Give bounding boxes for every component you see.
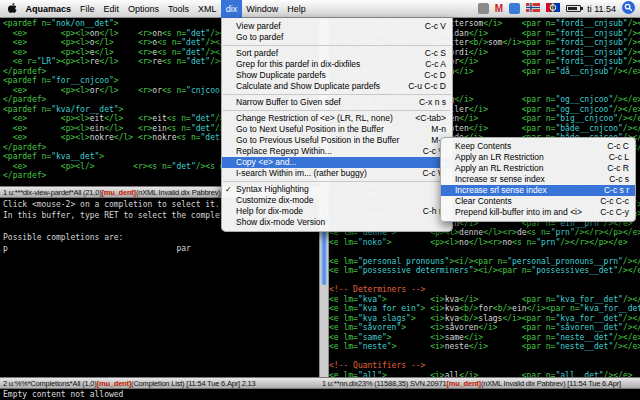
submenu-item-clear-contents[interactable]: Clear ContentsC-c C-c: [441, 196, 635, 207]
menu-item-view-pardef[interactable]: View pardefC-c V: [222, 21, 452, 32]
menu-item-label: I-search Within im... (rather buggy): [236, 168, 367, 179]
menu-item-copy-e-and[interactable]: Copy <e> and...▶: [222, 157, 452, 168]
submenu-item-increase-sr-sense-index[interactable]: Increase sr sense indexC-c s: [441, 174, 635, 185]
menu-item-label: Apply an LR Restriction: [455, 152, 544, 163]
dix-menu-dropdown: View pardefC-c VGo to pardefSort pardefC…: [221, 18, 453, 232]
menu-item-label: Prepend kill-buffer into im and <i>: [455, 207, 582, 218]
code-line: <e lm="noko"> <p><l>no</l><r>no<s n="prn…: [329, 238, 640, 248]
text-line: p par: [3, 243, 317, 254]
modeline-segment: 23% (11588,35) SVN.20971: [358, 379, 446, 388]
modeline-segment: (Completion List) [11:54 Tue 6.Apr] 2.13: [131, 379, 255, 388]
code-line: [329, 276, 640, 286]
menu-item-sort-pardef[interactable]: Sort pardefC-c S: [222, 48, 452, 59]
menu-separator: [223, 94, 451, 95]
menu-item-go-to-next-useful-position-in-the-buffer[interactable]: Go to Next Useful Position in the Buffer…: [222, 124, 452, 135]
menu-item-label: Calculate and Show Duplicate pardefs: [236, 81, 380, 92]
dix-menu-items: View pardefC-c VGo to pardefSort pardefC…: [222, 21, 452, 228]
modeline-segment: nn.dix: [339, 379, 358, 388]
menu-item-label: Grep for this pardef in dix-dixfiles: [236, 59, 360, 70]
code-line: <e lm="såvoren"> <i>såvoren</i> <par n="…: [329, 323, 640, 333]
modeline-completions[interactable]: 2 u:%% *Completions* All (1,0) [mu_dent]…: [0, 377, 319, 389]
menu-item-label: Show dix-mode Version: [236, 217, 325, 228]
code-line: [329, 352, 640, 362]
menu-window[interactable]: Window: [242, 0, 283, 18]
aquamacs-window: AquamacsFileEditOptionsToolsXMLdixWindow…: [0, 0, 640, 400]
menu-item-label: Change Restriction of <e> (LR, RL, none): [236, 113, 393, 124]
copy-e-submenu: Keep ContentsC-c CApply an LR Restrictio…: [440, 137, 636, 222]
submenu-item-apply-an-rl-restriction[interactable]: Apply an RL RestrictionC-c R: [441, 163, 635, 174]
menu-item-go-to-pardef[interactable]: Go to pardef: [222, 32, 452, 43]
code-line: <e lm="kva"> <i>kva</i> <par n="kva_for_…: [329, 295, 640, 305]
submenu-item-prepend-kill-buffer-into-im-and-i[interactable]: Prepend kill-buffer into im and <i>C-c C…: [441, 207, 635, 218]
menu-item-replace-regexp-within[interactable]: Replace Regexp Within...C-c %: [222, 146, 452, 157]
menu-item-label: Clear Contents: [455, 196, 512, 207]
menu-item-shortcut: C-x n s: [411, 97, 446, 108]
battery-icon[interactable]: [566, 5, 581, 12]
menu-options[interactable]: Options: [124, 0, 164, 18]
menu-file[interactable]: File: [76, 0, 100, 18]
menu-item-shortcut: C-c D: [416, 70, 446, 81]
modeline-alert-segment: [mu_dent]: [446, 379, 480, 388]
menu-item-shortcut: C-c S: [417, 48, 446, 59]
code-line: <e lm="neste"> <i>neste</i> <par n="nest…: [329, 342, 640, 352]
menu-item-label: Copy <e> and...: [236, 157, 297, 168]
modeline-segment: *dix-view-pardef*: [20, 188, 73, 197]
menubar-clock[interactable]: ti 11.54: [587, 4, 616, 14]
menu-item-shortcut: C-c C: [599, 141, 629, 152]
menu-item-grep-for-this-pardef-in-dix-dixfiles[interactable]: Grep for this pardef in dix-dixfilesC-c …: [222, 59, 452, 70]
battery-fill: [568, 7, 577, 10]
checkmark-icon: ✓: [225, 184, 232, 195]
menu-tools[interactable]: Tools: [164, 0, 194, 18]
modeline-alert-segment: [mu_dent]: [97, 379, 131, 388]
menu-item-change-restriction-of-e-lr-rl-none[interactable]: Change Restriction of <e> (LR, RL, none)…: [222, 113, 452, 124]
menu-item-label: Apply an RL Restriction: [455, 163, 544, 174]
code-line: <!-- Determiners -->: [329, 285, 640, 295]
menu-edit[interactable]: Edit: [99, 0, 124, 18]
spotlight-icon[interactable]: [622, 1, 635, 16]
menu-item-go-to-previous-useful-position-in-the-buffer[interactable]: Go to Previous Useful Position in the Bu…: [222, 135, 452, 146]
code-line: <e lm="same"> <i>same</i> <par n="neste_…: [329, 333, 640, 343]
submenu-item-apply-an-lr-restriction[interactable]: Apply an LR RestrictionC-c L: [441, 152, 635, 163]
menu-aquamacs[interactable]: Aquamacs: [21, 0, 76, 18]
menu-item-shortcut: C-c C-y: [592, 207, 629, 218]
display-icon[interactable]: [509, 3, 520, 14]
norwegian-flag-icon[interactable]: [526, 3, 540, 14]
mail-icon[interactable]: M: [495, 3, 503, 14]
menu-help[interactable]: Help: [283, 0, 311, 18]
modeline-segment: (nXML Invalid dix Pabbrev) [11:54 Tue 6.…: [481, 379, 621, 388]
menu-item-syntax-highlighting[interactable]: ✓Syntax Highlighting: [222, 184, 452, 195]
menubar-status-area: M ti 11.54: [478, 1, 640, 16]
sami-flag-icon[interactable]: [546, 3, 560, 14]
menu-item-label: Narrow Buffer to Given sdef: [236, 97, 341, 108]
menubar-items: AquamacsFileEditOptionsToolsXMLdixWindow…: [21, 0, 310, 18]
modeline-segment: 2 u:%%: [3, 379, 28, 388]
menu-item-show-duplicate-pardefs[interactable]: Show Duplicate pardefsC-c D: [222, 70, 452, 81]
menu-item-shortcut: M-n: [423, 124, 446, 135]
menu-item-narrow-buffer-to-given-sdef[interactable]: Narrow Buffer to Given sdefC-x n s: [222, 97, 452, 108]
menu-item-shortcut: C-c A: [417, 59, 446, 70]
text-line: Possible completions are:: [3, 232, 317, 243]
menu-item-label: Syntax Highlighting: [236, 184, 309, 195]
submenu-item-keep-contents[interactable]: Keep ContentsC-c C: [441, 141, 635, 152]
modeline-nn-dix[interactable]: 1 u:** nn.dix 23% (11588,35) SVN.20971 […: [319, 377, 640, 389]
modeline-segment: (nXML Invalid dix Pabbrev): [136, 188, 221, 197]
menubar: AquamacsFileEditOptionsToolsXMLdixWindow…: [0, 0, 640, 18]
menu-item-help-for-dix-mode[interactable]: Help for dix-modeC-h m: [222, 206, 452, 217]
code-line: [329, 247, 640, 257]
menu-dix[interactable]: dix: [221, 0, 242, 18]
apple-menu[interactable]: [2, 0, 21, 18]
menu-item-customize-dix-mode[interactable]: Customize dix-mode: [222, 195, 452, 206]
submenu-item-increase-srl-sense-index[interactable]: Increase srl sense indexC-c s r: [441, 185, 635, 196]
modeline-segment: 1 u:**: [3, 188, 20, 197]
menu-item-i-search-within-im-rather-buggy[interactable]: I-search Within im... (rather buggy)C-c …: [222, 168, 452, 179]
menu-item-show-dix-mode-version[interactable]: Show dix-mode Version: [222, 217, 452, 228]
menu-item-calculate-and-show-duplicate-pardefs[interactable]: Calculate and Show Duplicate pardefsC-u …: [222, 81, 452, 92]
gray-app-icon[interactable]: [478, 3, 489, 14]
menu-xml[interactable]: XML: [194, 0, 222, 18]
code-line: <!-- Quantifiers -->: [329, 361, 640, 371]
menu-item-shortcut: C-c R: [599, 163, 629, 174]
menu-item-label: Go to Next Useful Position in the Buffer: [236, 124, 384, 135]
menu-item-label: Customize dix-mode: [236, 195, 313, 206]
apple-icon: [7, 2, 17, 16]
copy-e-submenu-items: Keep ContentsC-c CApply an LR Restrictio…: [441, 141, 635, 218]
